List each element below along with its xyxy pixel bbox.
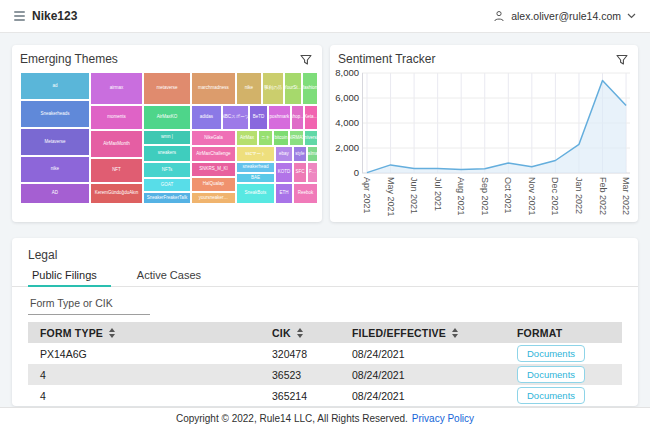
column-header-format: FORMAT: [505, 327, 622, 339]
x-axis-label: Nov 2021: [527, 177, 537, 216]
x-axis-label: Sep 2021: [480, 177, 490, 216]
treemap-tile-yoursneaker[interactable]: yoursneaker…: [191, 192, 236, 204]
treemap-tile-keta[interactable]: Keta…: [304, 105, 318, 130]
treemap-tile-betd[interactable]: BeTD: [249, 105, 268, 130]
format-cell: Documents: [505, 366, 622, 383]
filed-effective-cell: 08/24/2021: [340, 390, 505, 402]
format-cell: Documents: [505, 345, 622, 362]
treemap-tile-nike[interactable]: nike: [20, 156, 90, 183]
treemap-tile-reebok[interactable]: Reebok: [293, 183, 318, 204]
table-header-row: FORM TYPECIKFILED/EFFECTIVEFORMAT: [28, 322, 622, 343]
treemap-tile-sneakerfreakertalk[interactable]: SneakerFreakerTalk: [143, 192, 191, 204]
sentiment-line-chart: [362, 72, 630, 180]
y-axis-label: 2,000: [335, 142, 359, 153]
treemap-tile-wmn[interactable]: wmn |: [143, 130, 191, 145]
legal-tabs: Public FilingsActive Cases: [12, 266, 638, 287]
treemap-tile-airmaxchallenge[interactable]: AirMaxChallenge: [191, 146, 236, 162]
treemap-tile-eth[interactable]: ETH: [275, 183, 293, 204]
sort-icon[interactable]: [109, 328, 115, 338]
treemap-tile-snkrs-m-ki[interactable]: SNKRS_M_KI: [191, 162, 236, 177]
tab-active-cases[interactable]: Active Cases: [133, 266, 215, 286]
chevron-down-icon: [627, 13, 636, 19]
column-label: FILED/EFFECTIVE: [352, 327, 446, 339]
form-type-cik-input[interactable]: [28, 294, 150, 315]
top-bar: Nike123 alex.oliver@rule14.com: [0, 0, 650, 33]
column-label: FORM TYPE: [40, 327, 103, 339]
filter-icon[interactable]: [299, 53, 313, 67]
privacy-policy-link[interactable]: Privacy Policy: [412, 413, 474, 424]
treemap-tile-goat[interactable]: GOAT: [143, 178, 191, 192]
column-header-cik[interactable]: CIK: [260, 327, 340, 339]
cik-cell: 365214: [260, 390, 340, 402]
treemap-tile-ad[interactable]: ad: [20, 72, 90, 100]
treemap-tile-university[interactable]: University: [304, 130, 318, 146]
treemap-tile-style[interactable]: style: [293, 146, 307, 162]
treemap-tile-tile[interactable]: 勝利の品: [262, 72, 284, 105]
treemap-tile-ebay[interactable]: ebay: [275, 146, 293, 162]
documents-button[interactable]: Documents: [517, 345, 585, 362]
treemap-tile-nft[interactable]: NFT: [90, 158, 143, 183]
treemap-tile-ssc[interactable]: sscマート: [236, 146, 275, 162]
documents-button[interactable]: Documents: [517, 387, 585, 404]
treemap-tile-sneakbots[interactable]: SneakBots: [236, 183, 275, 204]
table-row: PX14A6G32047808/24/2021Documents: [28, 343, 622, 364]
treemap-tile-airmaxko[interactable]: AirMaxKO: [143, 105, 191, 130]
table-row: 43652308/24/2021Documents: [28, 364, 622, 385]
column-header-filed-effective[interactable]: FILED/EFFECTIVE: [340, 327, 505, 339]
user-email: alex.oliver@rule14.com: [511, 10, 621, 22]
treemap-tile-sneakers[interactable]: sneakers: [143, 145, 191, 162]
filed-effective-cell: 08/24/2021: [340, 369, 505, 381]
filings-table: FORM TYPECIKFILED/EFFECTIVEFORMATPX14A6G…: [28, 322, 622, 406]
column-header-form-type[interactable]: FORM TYPE: [28, 327, 260, 339]
x-axis-label: Jan 2022: [574, 177, 584, 214]
table-row: 436521408/24/2021Documents: [28, 385, 622, 406]
treemap-tile-f[interactable]: F…: [307, 162, 318, 183]
treemap-tile-bitcoin[interactable]: bitcoin: [273, 130, 289, 146]
treemap-tile-airmaxmonth[interactable]: AirMaxMonth: [90, 130, 143, 158]
treemap-tile-poshmark[interactable]: poshmark: [268, 105, 291, 130]
treemap-tile-metaverse[interactable]: Metaverse: [20, 128, 90, 156]
column-label: FORMAT: [517, 327, 562, 339]
treemap-tile-nike[interactable]: nike: [236, 72, 262, 105]
user-menu[interactable]: alex.oliver@rule14.com: [493, 10, 636, 22]
treemap-tile-fashion[interactable]: fashion: [302, 72, 318, 105]
legal-card: Legal Public FilingsActive Cases FORM TY…: [12, 238, 638, 406]
treemap-tile-halqualap[interactable]: HalQualap: [191, 177, 236, 192]
legal-title: Legal: [28, 248, 57, 262]
treemap-tile-moments[interactable]: moments: [90, 105, 143, 130]
form-type-cell: 4: [28, 369, 260, 381]
treemap-tile-nikegala[interactable]: NikeGala: [191, 130, 236, 146]
tab-public-filings[interactable]: Public Filings: [28, 266, 111, 286]
treemap-tile-sneakerheads[interactable]: Sneakerheads: [20, 100, 90, 128]
x-axis-label: Aug 2021: [456, 177, 466, 216]
treemap-tile-walmart[interactable]: walmart: [307, 146, 318, 162]
treemap-tile-sfc[interactable]: SFC: [293, 162, 307, 183]
treemap-tile-nfts[interactable]: NFTs: [143, 162, 191, 178]
sort-icon[interactable]: [297, 328, 303, 338]
sort-icon[interactable]: [452, 328, 458, 338]
y-axis-label: 4,000: [335, 117, 359, 128]
treemap-tile-nbc[interactable]: NBCスポーツ: [222, 105, 249, 130]
chart-y-axis: 8,0006,0004,0002,0000: [332, 45, 359, 185]
treemap-tile-metaverse[interactable]: metaverse: [143, 72, 191, 105]
treemap: adSneakerheadsMetaversenikeADairmaxmomen…: [20, 72, 318, 204]
treemap-tile-adidas[interactable]: adidas: [191, 105, 222, 130]
treemap-tile-yourst[interactable]: YourSt…: [284, 72, 302, 105]
documents-button[interactable]: Documents: [517, 366, 585, 383]
treemap-tile-kotd[interactable]: KOTD: [275, 162, 293, 183]
treemap-tile-shop[interactable]: shop…: [291, 105, 304, 130]
treemap-tile-sneakerhead[interactable]: sneakerhead: [236, 162, 275, 173]
treemap-tile-bae[interactable]: BAE: [236, 173, 275, 183]
menu-icon[interactable]: [14, 11, 25, 21]
treemap-tile-airmax[interactable]: AIRMAX: [289, 130, 304, 146]
filter-icon[interactable]: [615, 53, 629, 67]
treemap-tile-ad[interactable]: AD: [20, 183, 90, 204]
treemap-tile-airmax[interactable]: AirMax: [236, 130, 258, 146]
treemap-tile-keremg-ndo-duak-n[interactable]: KeremGündoğduAkın: [90, 183, 143, 204]
treemap-tile-airmax[interactable]: airmax: [90, 72, 143, 105]
treemap-tile-tile[interactable]: ニキ: [258, 130, 273, 146]
treemap-tile-marchmadness[interactable]: marchmadness: [191, 72, 236, 105]
format-cell: Documents: [505, 387, 622, 404]
user-icon: [493, 10, 505, 22]
emerging-themes-card: Emerging Themes adSneakerheadsMetaversen…: [12, 45, 322, 222]
